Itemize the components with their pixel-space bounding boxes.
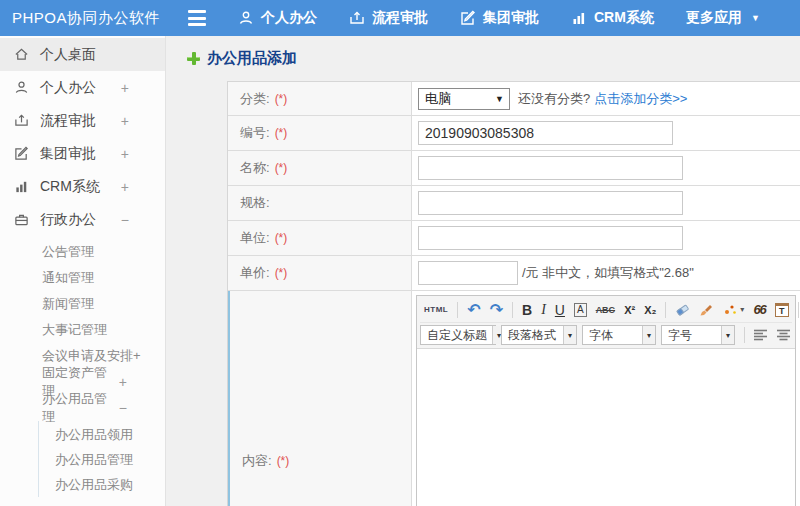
format-painter-button[interactable]: ▾: [719, 299, 748, 321]
font-style-button[interactable]: A: [570, 299, 591, 321]
required-marker: (*): [275, 231, 288, 245]
label-text: 单位:: [240, 229, 270, 247]
collapse-icon: −: [121, 212, 129, 228]
app-logo[interactable]: PHPOA协同办公软件: [0, 9, 188, 28]
price-format-hint: /元 非中文，如填写格式"2.68": [522, 264, 694, 282]
redo-button[interactable]: ↷: [486, 299, 507, 321]
caret-down-icon: ▾: [740, 305, 744, 314]
sidebar-item-supplies-requisition[interactable]: 办公用品领用: [39, 422, 165, 447]
sidebar-item-label: 新闻管理: [42, 295, 94, 313]
sidebar-item-crm-system[interactable]: CRM系统 +: [0, 170, 165, 203]
label-text: 规格:: [240, 194, 270, 212]
font-family-select[interactable]: 字体 ▾: [582, 325, 656, 345]
align-right-button[interactable]: [796, 324, 800, 346]
sidebar-item-label: 流程审批: [40, 112, 96, 130]
bold-button[interactable]: B: [518, 299, 536, 321]
nav-more-apps[interactable]: 更多应用 ▼: [686, 9, 760, 27]
sidebar-item-workflow-approval[interactable]: 流程审批 +: [0, 104, 165, 137]
required-marker: (*): [275, 266, 288, 280]
sidebar-item-personal-office[interactable]: 个人办公 +: [0, 71, 165, 104]
topbar: PHPOA协同办公软件 个人办公 流程审批: [0, 0, 800, 36]
chart-icon: [14, 179, 31, 194]
sidebar-item-events-mgmt[interactable]: 大事记管理: [0, 317, 165, 343]
subscript-button[interactable]: X₂: [640, 299, 660, 321]
sidebar-item-supplies-management[interactable]: 办公用品管理: [39, 447, 165, 472]
page-title: 办公用品添加: [187, 49, 800, 68]
price-input[interactable]: [418, 261, 518, 285]
rich-text-editor: HTML ↶ ↷ B I U A ABC X²: [416, 295, 796, 506]
expand-icon: +: [121, 179, 129, 195]
nav-personal-office[interactable]: 个人办公: [238, 9, 317, 27]
form-row-spec: 规格:: [228, 186, 800, 221]
menu-icon[interactable]: [188, 10, 210, 26]
select-value: 字号: [668, 327, 692, 344]
sidebar-item-admin-office[interactable]: 行政办公 −: [0, 203, 165, 236]
nav-group-approval[interactable]: 集团审批: [460, 9, 539, 27]
add-category-link[interactable]: 点击添加分类>>: [594, 90, 687, 108]
sidebar-item-label: 办公用品管理: [42, 390, 119, 426]
sidebar-item-label: 集团审批: [40, 145, 96, 163]
nav-label: 流程审批: [372, 9, 428, 27]
italic-button[interactable]: I: [537, 299, 550, 321]
sidebar-item-label: 通知管理: [42, 269, 94, 287]
sidebar-item-label: 个人办公: [40, 79, 96, 97]
paragraph-format-select[interactable]: 段落格式 ▾: [501, 325, 577, 345]
format-painter-icon: [723, 303, 737, 316]
field-label-name: 名称: (*): [228, 151, 412, 185]
home-icon: [14, 47, 31, 62]
admin-office-submenu: 公告管理 通知管理 新闻管理 大事记管理 会议申请及安排+ 固定资产管理 + 办…: [0, 236, 165, 497]
eraser-button[interactable]: [671, 299, 694, 321]
underline-button[interactable]: U: [551, 299, 569, 321]
nav-crm-system[interactable]: CRM系统: [571, 9, 654, 27]
align-center-icon: [777, 329, 791, 341]
align-left-button[interactable]: [750, 324, 772, 346]
menu-bar: [188, 10, 206, 13]
sidebar-item-office-supplies-mgmt[interactable]: 办公用品管理 −: [0, 395, 165, 421]
category-select[interactable]: 电脑 ▼: [418, 88, 510, 110]
sidebar-item-label: 会议申请及安排+: [42, 347, 141, 365]
html-source-button[interactable]: HTML: [420, 299, 452, 321]
label-text: 内容:: [242, 452, 272, 470]
nav-workflow-approval[interactable]: 流程审批: [349, 9, 428, 27]
menu-bar: [188, 17, 206, 20]
user-icon: [14, 80, 31, 95]
sidebar-item-announcement-mgmt[interactable]: 公告管理: [0, 239, 165, 265]
unit-input[interactable]: [418, 226, 683, 250]
label-text: 单价:: [240, 264, 270, 282]
undo-button[interactable]: ↶: [463, 299, 484, 321]
field-label-price: 单价: (*): [228, 256, 412, 290]
field-value-code: [412, 116, 800, 150]
nav-label: 个人办公: [261, 9, 317, 27]
field-value-name: [412, 151, 800, 185]
caret-down-icon: ▼: [495, 94, 504, 104]
custom-heading-select[interactable]: 自定义标题 ▾: [420, 325, 496, 345]
spec-input[interactable]: [418, 191, 683, 215]
caret-down-icon: ▾: [642, 326, 655, 344]
sidebar-item-group-approval[interactable]: 集团审批 +: [0, 137, 165, 170]
sidebar-item-personal-desktop[interactable]: 个人桌面: [0, 38, 165, 71]
align-center-button[interactable]: [773, 324, 795, 346]
edit-icon: [460, 10, 476, 26]
select-value: 自定义标题: [427, 327, 487, 344]
clear-format-button[interactable]: [695, 299, 718, 321]
expand-icon: +: [121, 113, 129, 129]
code-input[interactable]: [418, 121, 673, 145]
sidebar-item-supplies-purchase[interactable]: 办公用品采购: [39, 472, 165, 497]
paste-button[interactable]: T: [771, 299, 793, 321]
sidebar-item-news-mgmt[interactable]: 新闻管理: [0, 291, 165, 317]
strikethrough-button[interactable]: ABC: [592, 299, 620, 321]
chart-icon: [571, 10, 587, 26]
field-value-spec: [412, 186, 800, 220]
sidebar-item-notice-mgmt[interactable]: 通知管理: [0, 265, 165, 291]
blockquote-button[interactable]: 66: [749, 299, 769, 321]
sidebar-item-label: 行政办公: [40, 211, 96, 229]
nav-label: 集团审批: [483, 9, 539, 27]
name-input[interactable]: [418, 156, 683, 180]
superscript-button[interactable]: X²: [620, 299, 639, 321]
add-icon: [187, 52, 200, 65]
sidebar-item-label: CRM系统: [40, 178, 100, 196]
editor-toolbar-row-1: HTML ↶ ↷ B I U A ABC X²: [420, 297, 792, 322]
editor-content-area[interactable]: [417, 349, 795, 506]
top-navigation: 个人办公 流程审批 集团审批 CRM系统: [238, 9, 760, 27]
font-size-select[interactable]: 字号 ▾: [661, 325, 735, 345]
